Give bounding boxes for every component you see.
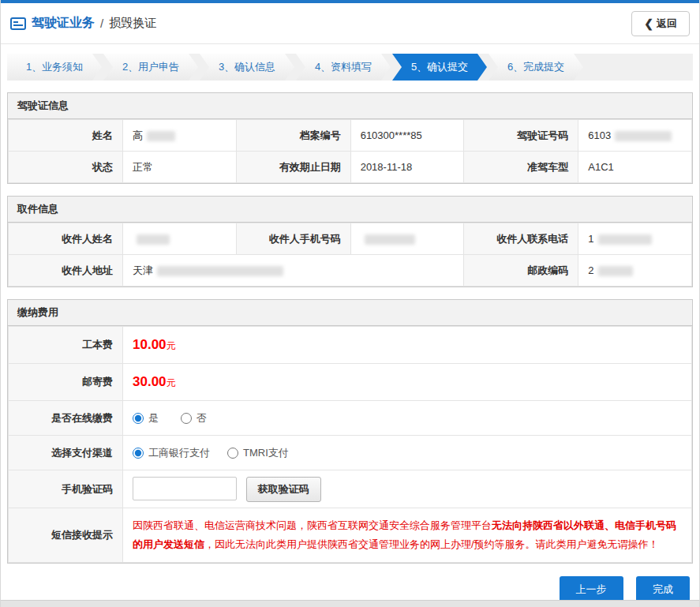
recipient-mobile-value (350, 223, 464, 255)
redacted-text (157, 266, 283, 276)
payment-channel-options: 工商银行支付 TMRI支付 (123, 436, 692, 470)
pickup-info-table: 收件人姓名 收件人手机号码 收件人联系电话 1 收件人地址 天津 邮政编码 2 (8, 223, 692, 287)
step-3-confirm-info: 3、确认信息 (200, 54, 294, 81)
pay-online-no-option[interactable]: 否 (181, 411, 207, 425)
channel-tmri-option[interactable]: TMRI支付 (227, 446, 289, 460)
step-2-user-declaration: 2、用户申告 (103, 54, 198, 81)
postage-fee-label: 邮寄费 (9, 364, 123, 401)
section-title-pickup: 取件信息 (8, 197, 692, 223)
redacted-text (598, 266, 633, 276)
sms-code-field: 获取验证码 (123, 470, 692, 508)
sms-notice-text: 因陕西省联通、电信运营商技术问题，陕西省互联网交通安全综合服务管理平台无法向持陕… (123, 508, 692, 563)
status-value: 正常 (123, 152, 237, 183)
previous-step-button[interactable]: 上一步 (560, 576, 623, 603)
get-sms-code-button[interactable]: 获取验证码 (246, 477, 321, 502)
sms-code-input[interactable] (133, 477, 237, 500)
license-card-icon (10, 17, 26, 30)
channel-icbc-option[interactable]: 工商银行支付 (133, 446, 210, 460)
table-row: 手机验证码 获取验证码 (9, 470, 692, 508)
section-license-info: 驾驶证信息 姓名 高 档案编号 610300****85 驾驶证号码 6103 … (7, 92, 693, 184)
table-row: 状态 正常 有效期止日期 2018-11-18 准驾车型 A1C1 (9, 152, 692, 183)
license-number-label: 驾驶证号码 (464, 120, 578, 152)
table-row: 收件人地址 天津 邮政编码 2 (9, 255, 692, 287)
redacted-text (147, 131, 175, 141)
name-value: 高 (123, 120, 237, 152)
recipient-name-value (123, 223, 237, 255)
section-pickup-info: 取件信息 收件人姓名 收件人手机号码 收件人联系电话 1 收件人地址 天津 邮政… (7, 196, 693, 287)
section-fees: 缴纳费用 工本费 10.00元 邮寄费 30.00元 是否在线缴费 (7, 299, 693, 564)
postage-fee-value: 30.00元 (123, 364, 692, 401)
expiry-value: 2018-11-18 (350, 152, 464, 183)
bottom-edge-bar (1, 600, 699, 607)
breadcrumb-divider: / (100, 17, 103, 30)
step-1-business-notice: 1、业务须知 (7, 54, 102, 81)
table-row: 邮寄费 30.00元 (9, 364, 692, 401)
chevron-left-icon: ❮ (644, 18, 653, 29)
step-4-fill-data: 4、资料填写 (296, 54, 391, 81)
header: 驾驶证业务 / 损毁换证 ❮ 返回 (1, 3, 699, 44)
recipient-address-label: 收件人地址 (9, 255, 123, 287)
license-info-table: 姓名 高 档案编号 610300****85 驾驶证号码 6103 状态 正常 … (8, 119, 692, 183)
license-number-value: 6103 (578, 120, 692, 152)
finish-button[interactable]: 完成 (636, 576, 690, 603)
channel-tmri-radio[interactable] (227, 448, 238, 459)
wizard-steps: 1、业务须知 2、用户申告 3、确认信息 4、资料填写 5、确认提交 6、完成提… (7, 54, 693, 81)
redacted-text (598, 234, 652, 245)
page: 驾驶证业务 / 损毁换证 ❮ 返回 1、业务须知 2、用户申告 3、确认信息 4… (0, 0, 700, 607)
channel-icbc-radio[interactable] (133, 448, 144, 459)
pay-online-yes-option[interactable]: 是 (133, 411, 159, 425)
table-row: 收件人姓名 收件人手机号码 收件人联系电话 1 (9, 223, 692, 255)
fees-table: 工本费 10.00元 邮寄费 30.00元 是否在线缴费 是 (8, 326, 692, 563)
section-title-license: 驾驶证信息 (8, 93, 692, 119)
expiry-label: 有效期止日期 (236, 152, 350, 183)
table-row: 工本费 10.00元 (9, 327, 692, 364)
redacted-text (365, 234, 415, 245)
back-button-label: 返回 (657, 17, 677, 31)
page-subtitle: 损毁换证 (109, 16, 156, 31)
production-fee-value: 10.00元 (123, 327, 692, 364)
step-6-complete-submit: 6、完成提交 (489, 54, 583, 81)
status-label: 状态 (9, 152, 123, 183)
vehicle-type-value: A1C1 (578, 152, 692, 183)
recipient-address-value: 天津 (123, 255, 464, 287)
page-title: 驾驶证业务 (32, 15, 95, 32)
table-row: 短信接收提示 因陕西省联通、电信运营商技术问题，陕西省互联网交通安全综合服务管理… (9, 508, 692, 563)
vehicle-type-label: 准驾车型 (464, 152, 578, 183)
redacted-text (615, 131, 672, 141)
pay-online-label: 是否在线缴费 (9, 401, 123, 436)
postal-code-label: 邮政编码 (464, 255, 578, 287)
pay-online-yes-radio[interactable] (133, 413, 144, 424)
recipient-mobile-label: 收件人手机号码 (236, 223, 350, 255)
file-number-value: 610300****85 (350, 120, 464, 152)
redacted-text (137, 234, 170, 245)
table-row: 选择支付渠道 工商银行支付 TMRI支付 (9, 436, 692, 470)
postal-code-value: 2 (578, 255, 692, 287)
pay-online-options: 是 否 (123, 401, 692, 436)
table-row: 是否在线缴费 是 否 (9, 401, 692, 436)
back-button[interactable]: ❮ 返回 (631, 11, 690, 36)
payment-channel-label: 选择支付渠道 (9, 436, 123, 470)
footer-actions: 上一步 完成 (10, 576, 690, 603)
recipient-phone-label: 收件人联系电话 (464, 223, 578, 255)
pay-online-no-radio[interactable] (181, 413, 192, 424)
section-title-fees: 缴纳费用 (8, 300, 692, 326)
name-label: 姓名 (9, 120, 123, 152)
step-5-confirm-submit: 5、确认提交 (392, 54, 487, 81)
table-row: 姓名 高 档案编号 610300****85 驾驶证号码 6103 (9, 120, 692, 152)
recipient-phone-value: 1 (578, 223, 692, 255)
file-number-label: 档案编号 (236, 120, 350, 152)
production-fee-label: 工本费 (9, 327, 123, 364)
sms-code-label: 手机验证码 (9, 470, 123, 508)
sms-notice-label: 短信接收提示 (9, 508, 123, 563)
breadcrumb: 驾驶证业务 / 损毁换证 (10, 15, 156, 32)
recipient-name-label: 收件人姓名 (9, 223, 123, 255)
